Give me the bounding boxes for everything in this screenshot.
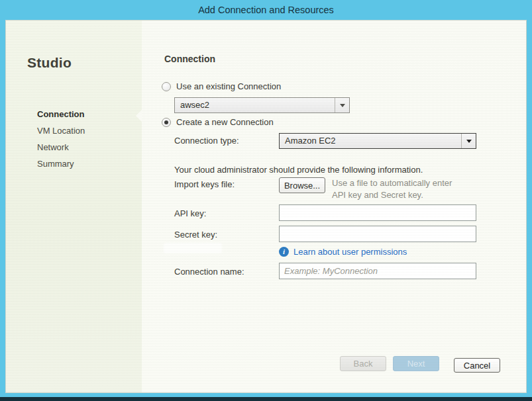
window-title: Add Connection and Resources [0,0,532,20]
connection-type-value: Amazon EC2 [280,134,461,148]
step-connection: Connection [37,109,85,126]
radio-new-connection-circle[interactable] [162,118,171,127]
chevron-down-icon [340,104,345,107]
page-title: Connection [164,54,215,64]
permissions-link[interactable]: i Learn about user permissions [279,247,407,257]
existing-connection-select[interactable]: awsec2 [174,97,350,113]
import-keys-label: Import keys file: [174,179,235,189]
active-step-arrow [136,110,142,122]
next-button[interactable]: Next [393,356,439,371]
back-button[interactable]: Back [340,356,386,371]
info-icon: i [279,247,289,257]
api-key-input[interactable] [279,204,476,221]
wizard-dialog: Studio Connection VM Location Network Su… [5,20,527,393]
step-network: Network [37,142,85,159]
redacted-smudge [164,243,222,253]
secret-key-label: Secret key: [174,230,217,240]
connection-type-label: Connection type: [174,136,239,146]
connection-type-dropdown-button[interactable] [461,134,476,148]
radio-new-connection[interactable]: Create a new Connection [162,117,274,127]
permissions-link-text[interactable]: Learn about user permissions [293,247,407,257]
window-frame: Add Connection and Resources Studio Conn… [0,0,532,401]
wizard-sidebar: Studio Connection VM Location Network Su… [6,21,142,392]
radio-existing-connection-label[interactable]: Use an existing Connection [176,81,281,91]
import-keys-helper-line2: API key and Secret key. [332,189,452,201]
step-vm-location: VM Location [37,126,85,142]
step-summary: Summary [37,159,85,175]
window-bottom-edge [0,397,532,401]
browse-button[interactable]: Browse... [279,177,325,193]
import-keys-helper: Use a file to automatically enter API ke… [332,177,452,201]
connection-name-label: Connection name: [174,267,244,277]
cancel-button[interactable]: Cancel [454,358,500,373]
chevron-down-icon [466,140,472,143]
connection-type-select[interactable]: Amazon EC2 [279,133,476,149]
existing-connection-value: awsec2 [175,98,335,112]
secret-key-input[interactable] [279,226,476,242]
studio-logo: Studio [27,55,72,71]
import-keys-helper-line1: Use a file to automatically enter [332,177,452,189]
api-key-label: API key: [174,208,206,218]
connection-name-input[interactable] [279,263,476,279]
radio-existing-connection[interactable]: Use an existing Connection [162,81,281,91]
radio-new-connection-label[interactable]: Create a new Connection [176,117,274,127]
admin-note: Your cloud administrator should provide … [174,165,423,175]
radio-existing-connection-circle[interactable] [162,82,171,91]
wizard-steps: Connection VM Location Network Summary [37,109,85,175]
existing-connection-dropdown-button[interactable] [335,98,349,112]
